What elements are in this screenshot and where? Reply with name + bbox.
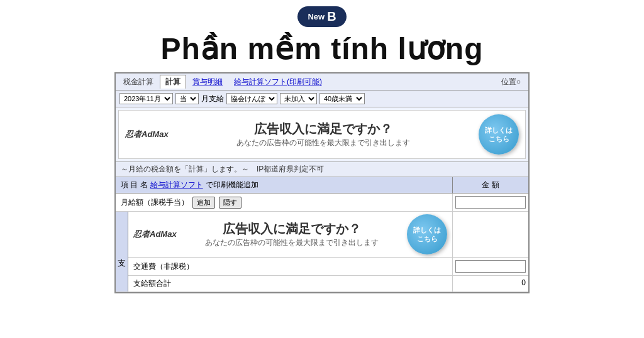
logo-b-text: B bbox=[327, 9, 336, 24]
ad1-sub-text: あなたの広告枠の可能性を最大限まで引き出します bbox=[175, 138, 472, 148]
header-link[interactable]: 給与計算ソフト bbox=[150, 180, 203, 190]
tab-tax-calc[interactable]: 税金計算 bbox=[118, 75, 158, 89]
ad1-cta-button[interactable]: 詳しくは こちら bbox=[479, 114, 519, 155]
hide-button[interactable]: 隠す bbox=[219, 197, 242, 209]
insurance-select[interactable]: 協会けんぽ bbox=[226, 93, 277, 104]
ad2-sub-text: あなたの広告枠の可能性を最大限まで引き出します bbox=[182, 237, 402, 248]
logo-badge: New B bbox=[297, 6, 346, 27]
ad2-value bbox=[453, 212, 528, 257]
logo-new-text: New bbox=[308, 12, 325, 21]
ad1-logo: 忍者AdMax bbox=[125, 129, 169, 140]
grouped-row-transport: 交通費（非課税） bbox=[128, 258, 528, 276]
monthly-row-content: 月給額（課税手当） 追加 隠す bbox=[116, 194, 453, 211]
header-text1: 項 目 名 bbox=[121, 180, 148, 190]
ad2-main-text: 広告収入に満足ですか？ bbox=[182, 221, 402, 237]
grouped-rows: 忍者AdMax 広告収入に満足ですか？ あなたの広告枠の可能性を最大限まで引き出… bbox=[128, 212, 528, 292]
tab-calc[interactable]: 計算 bbox=[160, 75, 186, 89]
monthly-input[interactable] bbox=[455, 196, 526, 209]
transport-label: 交通費（非課税） bbox=[133, 261, 194, 272]
transport-content: 交通費（非課税） bbox=[128, 258, 453, 275]
controls-row: 2023年11月 当 月支給 協会けんぽ 未加入 40歳未満 bbox=[116, 90, 528, 107]
tab-pay-slip[interactable]: 賞与明細 bbox=[187, 75, 228, 89]
age-select[interactable]: 40歳未満 bbox=[319, 93, 365, 104]
table-header-right: 金 額 bbox=[453, 177, 528, 193]
page-title: Phần mềm tính lương bbox=[161, 31, 484, 66]
table-area: 項 目 名 給与計算ソフト で印刷機能追加 金 額 月給額（課税手当） 追加 隠… bbox=[116, 177, 528, 292]
table-row-monthly: 月給額（課税手当） 追加 隠す bbox=[116, 194, 528, 212]
year-month-select[interactable]: 2023年11月 bbox=[119, 93, 173, 104]
tab-position[interactable]: 位置○ bbox=[496, 75, 526, 89]
ad1-cta-line1: 詳しくは bbox=[485, 126, 513, 134]
grouped-row-total: 支給額合計 0 bbox=[128, 276, 528, 292]
transport-input[interactable] bbox=[455, 260, 526, 273]
tab-bar: 税金計算 計算 賞与明細 給与計算ソフト(印刷可能) 位置○ bbox=[116, 74, 528, 90]
logo-area: New B bbox=[297, 6, 346, 27]
total-amount: 0 bbox=[521, 278, 526, 287]
add-button[interactable]: 追加 bbox=[192, 197, 215, 209]
grouped-row-ad: 忍者AdMax 広告収入に満足ですか？ あなたの広告枠の可能性を最大限まで引き出… bbox=[128, 212, 528, 258]
transport-value bbox=[453, 258, 528, 275]
ad-banner-2[interactable]: 忍者AdMax 広告収入に満足ですか？ あなたの広告枠の可能性を最大限まで引き出… bbox=[128, 212, 452, 257]
table-header-left: 項 目 名 給与計算ソフト で印刷機能追加 bbox=[116, 177, 453, 193]
ad-banner-1[interactable]: 忍者AdMax 広告収入に満足ですか？ あなたの広告枠の可能性を最大限まで引き出… bbox=[118, 110, 526, 159]
group-wrapper: 支 忍者AdMax 広告収入に満足ですか？ あなたの広告枠の可能性を最大限まで引… bbox=[116, 212, 528, 292]
ad1-main-text: 広告収入に満足ですか？ bbox=[175, 121, 472, 138]
header-text2: で印刷機能追加 bbox=[206, 180, 258, 190]
total-value: 0 bbox=[453, 276, 528, 292]
ad2-cta-line2: こちら bbox=[417, 234, 438, 243]
month-label: 月支給 bbox=[201, 94, 224, 104]
tab-payroll-soft[interactable]: 給与計算ソフト(印刷可能) bbox=[229, 75, 327, 89]
side-label-shi: 支 bbox=[116, 212, 128, 292]
ad2-logo: 忍者AdMax bbox=[133, 229, 177, 240]
ad1-cta-line2: こちら bbox=[489, 134, 509, 143]
ad2-cta-button[interactable]: 詳しくは こちら bbox=[407, 214, 447, 254]
ad2-cta-line1: 詳しくは bbox=[413, 226, 441, 234]
table-header: 項 目 名 給与計算ソフト で印刷機能追加 金 額 bbox=[116, 177, 528, 194]
ad2-text-center: 広告収入に満足ですか？ あなたの広告枠の可能性を最大限まで引き出します bbox=[182, 221, 402, 248]
monthly-value bbox=[453, 194, 528, 211]
total-content: 支給額合計 bbox=[128, 276, 453, 292]
monthly-label: 月給額（課税手当） bbox=[121, 197, 189, 208]
current-select[interactable]: 当 bbox=[175, 93, 199, 104]
main-content-box: 税金計算 計算 賞与明細 給与計算ソフト(印刷可能) 位置○ 2023年11月 … bbox=[114, 72, 530, 293]
ad2-content: 忍者AdMax 広告収入に満足ですか？ あなたの広告枠の可能性を最大限まで引き出… bbox=[128, 212, 453, 257]
join-status-select[interactable]: 未加入 bbox=[280, 93, 317, 104]
total-label: 支給額合計 bbox=[133, 278, 171, 289]
ad1-text-center: 広告収入に満足ですか？ あなたの広告枠の可能性を最大限まで引き出します bbox=[175, 121, 472, 148]
notice-bar: ～月給の税金額を「計算」します。～ IP都道府県判定不可 bbox=[116, 161, 528, 177]
